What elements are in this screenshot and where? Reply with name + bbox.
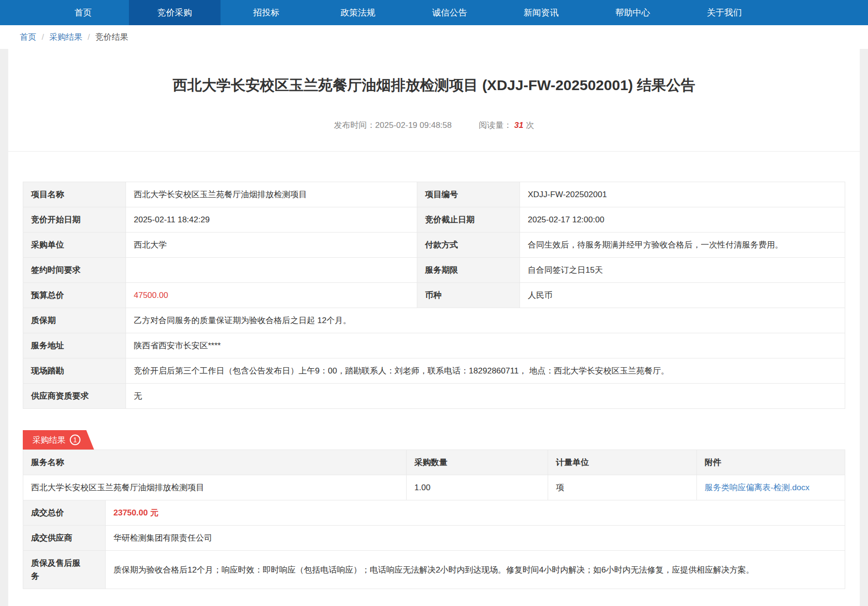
table-row: 成交总价 23750.00 元 xyxy=(23,500,845,526)
value-service-period: 自合同签订之日15天 xyxy=(520,258,845,283)
table-row: 现场踏勘 竞价开启后第三个工作日（包含公告发布日）上午9：00，踏勘联系人：刘老… xyxy=(23,358,845,384)
project-details-table: 项目名称 西北大学长安校区玉兰苑餐厅油烟排放检测项目 项目编号 XDJJ-FW-… xyxy=(23,182,845,409)
label-site-survey: 现场踏勘 xyxy=(23,358,126,384)
header-quantity: 采购数量 xyxy=(407,450,548,475)
label-deal-price: 成交总价 xyxy=(23,500,106,526)
nav-item-bidding-purchase[interactable]: 竞价采购 xyxy=(129,0,221,25)
table-row: 服务地址 陕西省西安市长安区**** xyxy=(23,333,845,358)
value-budget-total: 47500.00 xyxy=(126,283,417,308)
value-service-address: 陕西省西安市长安区**** xyxy=(126,333,845,358)
value-project-name: 西北大学长安校区玉兰苑餐厅油烟排放检测项目 xyxy=(126,182,417,207)
table-row: 竞价开始日期 2025-02-11 18:42:29 竞价截止日期 2025-0… xyxy=(23,207,845,233)
table-row: 质保期 乙方对合同服务的质量保证期为验收合格后之日起 12个月。 xyxy=(23,308,845,333)
label-bid-end-date: 竞价截止日期 xyxy=(417,207,520,233)
value-supplier-qualification: 无 xyxy=(126,384,845,409)
page-title: 西北大学长安校区玉兰苑餐厅油烟排放检测项目 (XDJJ-FW-202502001… xyxy=(8,76,860,94)
value-warranty-service: 质保期为验收合格后12个月；响应时效：即时响应（包括电话响应）；电话响应无法解决… xyxy=(106,551,845,589)
views-unit: 次 xyxy=(526,121,534,130)
value-purchaser: 西北大学 xyxy=(126,233,417,258)
label-project-number: 项目编号 xyxy=(417,182,520,207)
table-row: 成交供应商 华研检测集团有限责任公司 xyxy=(23,526,845,551)
label-warranty-service: 质保及售后服务 xyxy=(23,551,106,589)
label-bid-start-date: 竞价开始日期 xyxy=(23,207,126,233)
label-budget-total: 预算总价 xyxy=(23,283,126,308)
label-warranty-period: 质保期 xyxy=(23,308,126,333)
label-currency: 币种 xyxy=(417,283,520,308)
value-project-number: XDJJ-FW-202502001 xyxy=(520,182,845,207)
value-deal-supplier: 华研检测集团有限责任公司 xyxy=(106,526,845,551)
article-header: 西北大学长安校区玉兰苑餐厅油烟排放检测项目 (XDJJ-FW-202502001… xyxy=(8,49,860,152)
nav-item-help[interactable]: 帮助中心 xyxy=(587,0,679,25)
table-row: 西北大学长安校区玉兰苑餐厅油烟排放检测项目 1.00 项 服务类响应偏离表-检测… xyxy=(23,475,845,500)
breadcrumb-home[interactable]: 首页 xyxy=(20,31,36,43)
value-payment-method: 合同生效后，待服务期满并经甲方验收合格后，一次性付清服务费用。 xyxy=(520,233,845,258)
breadcrumb-separator: / xyxy=(88,32,90,42)
publish-time-label: 发布时间： xyxy=(334,121,375,130)
result-ribbon-row: 采购结果 1 xyxy=(23,430,860,450)
table-row: 供应商资质要求 无 xyxy=(23,384,845,409)
value-signing-time xyxy=(126,258,417,283)
value-unit: 项 xyxy=(548,475,697,500)
purchase-result-ribbon: 采购结果 1 xyxy=(23,430,94,450)
value-deal-price: 23750.00 元 xyxy=(106,500,845,526)
attachment-link[interactable]: 服务类响应偏离表-检测.docx xyxy=(705,483,809,492)
table-row: 采购单位 西北大学 付款方式 合同生效后，待服务期满并经甲方验收合格后，一次性付… xyxy=(23,233,845,258)
breadcrumb-separator: / xyxy=(42,32,44,42)
label-service-address: 服务地址 xyxy=(23,333,126,358)
announcement-card: 西北大学长安校区玉兰苑餐厅油烟排放检测项目 (XDJJ-FW-202502001… xyxy=(8,49,860,606)
views-count: 31 xyxy=(514,121,523,130)
ribbon-count-badge: 1 xyxy=(70,435,80,445)
page-background: 西北大学长安校区玉兰苑餐厅油烟排放检测项目 (XDJJ-FW-202502001… xyxy=(0,49,868,606)
breadcrumb-current: 竞价结果 xyxy=(95,31,128,43)
label-deal-supplier: 成交供应商 xyxy=(23,526,106,551)
nav-item-home[interactable]: 首页 xyxy=(37,0,129,25)
value-currency: 人民币 xyxy=(520,283,845,308)
views-label: 阅读量： xyxy=(479,121,512,130)
header-unit: 计量单位 xyxy=(548,450,697,475)
label-supplier-qualification: 供应商资质要求 xyxy=(23,384,126,409)
label-payment-method: 付款方式 xyxy=(417,233,520,258)
nav-item-integrity[interactable]: 诚信公告 xyxy=(404,0,495,25)
value-quantity: 1.00 xyxy=(407,475,548,500)
label-signing-time: 签约时间要求 xyxy=(23,258,126,283)
nav-item-news[interactable]: 新闻资讯 xyxy=(495,0,587,25)
nav-item-about[interactable]: 关于我们 xyxy=(679,0,770,25)
label-service-period: 服务期限 xyxy=(417,258,520,283)
header-attachment: 附件 xyxy=(697,450,845,475)
value-warranty-period: 乙方对合同服务的质量保证期为验收合格后之日起 12个月。 xyxy=(126,308,845,333)
deal-price-unit: 元 xyxy=(150,508,158,517)
ribbon-label: 采购结果 xyxy=(32,435,65,446)
table-header-row: 服务名称 采购数量 计量单位 附件 xyxy=(23,450,845,475)
breadcrumb-purchase-results[interactable]: 采购结果 xyxy=(49,31,82,43)
label-purchaser: 采购单位 xyxy=(23,233,126,258)
value-bid-end-date: 2025-02-17 12:00:00 xyxy=(520,207,845,233)
value-bid-start-date: 2025-02-11 18:42:29 xyxy=(126,207,417,233)
header-service-name: 服务名称 xyxy=(23,450,407,475)
deal-summary-table: 成交总价 23750.00 元 成交供应商 华研检测集团有限责任公司 质保及售后… xyxy=(23,500,845,589)
label-project-name: 项目名称 xyxy=(23,182,126,207)
publish-info: 发布时间：2025-02-19 09:48:58阅读量：31次 xyxy=(8,120,860,131)
table-row: 签约时间要求 服务期限 自合同签订之日15天 xyxy=(23,258,845,283)
table-row: 项目名称 西北大学长安校区玉兰苑餐厅油烟排放检测项目 项目编号 XDJJ-FW-… xyxy=(23,182,845,207)
value-site-survey: 竞价开启后第三个工作日（包含公告发布日）上午9：00，踏勘联系人：刘老师，联系电… xyxy=(126,358,845,384)
purchase-result-table: 服务名称 采购数量 计量单位 附件 西北大学长安校区玉兰苑餐厅油烟排放检测项目 … xyxy=(23,450,845,500)
breadcrumb: 首页 / 采购结果 / 竞价结果 xyxy=(0,25,868,49)
publish-time-value: 2025-02-19 09:48:58 xyxy=(375,121,452,130)
value-service-name: 西北大学长安校区玉兰苑餐厅油烟排放检测项目 xyxy=(23,475,407,500)
nav-item-policy[interactable]: 政策法规 xyxy=(312,0,404,25)
table-row: 预算总价 47500.00 币种 人民币 xyxy=(23,283,845,308)
table-row: 质保及售后服务 质保期为验收合格后12个月；响应时效：即时响应（包括电话响应）；… xyxy=(23,551,845,589)
deal-price-amount: 23750.00 xyxy=(113,508,148,517)
nav-item-tender[interactable]: 招投标 xyxy=(221,0,312,25)
top-nav: 首页 竞价采购 招投标 政策法规 诚信公告 新闻资讯 帮助中心 关于我们 xyxy=(0,0,868,25)
